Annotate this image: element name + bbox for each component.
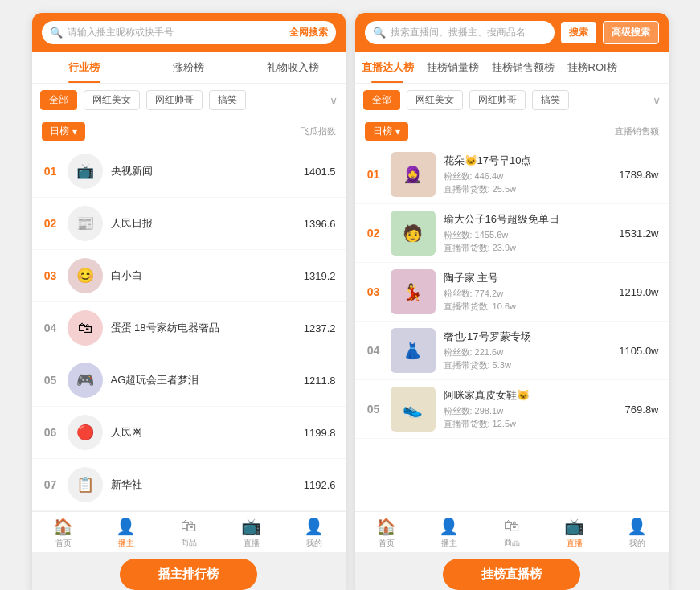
- cat-handsome-btn[interactable]: 网红帅哥: [146, 90, 203, 110]
- nav-icon: 👤: [439, 517, 459, 536]
- avatar: 📺: [68, 154, 103, 189]
- left-nav-item-商品[interactable]: 🛍 商品: [158, 517, 220, 549]
- right-rank-item[interactable]: 04 👗 奢也·17号罗蒙专场 粉丝数: 221.6w直播带货数: 5.3w 1…: [355, 322, 669, 380]
- rank-number: 03: [365, 285, 383, 298]
- nav-label: 播主: [118, 538, 134, 549]
- avatar: 🧕: [391, 152, 436, 197]
- right-rank-item[interactable]: 02 🧑 瑜大公子16号超级免单日 粉丝数: 1455.6w直播带货数: 23.…: [355, 204, 669, 263]
- rank-number: 05: [42, 374, 59, 387]
- tab-hang-roi[interactable]: 挂榜ROI榜: [561, 52, 624, 83]
- nav-icon: 👤: [627, 517, 647, 536]
- cat-beauty-btn[interactable]: 网红美女: [84, 90, 140, 110]
- category-more-icon[interactable]: ∨: [330, 94, 338, 107]
- left-search-input-wrap[interactable]: 🔍 请输入播主昵称或快手号 全网搜索: [42, 21, 336, 44]
- avatar: 💃: [391, 269, 436, 314]
- item-name: 人民日报: [111, 216, 296, 231]
- nav-label: 首页: [55, 538, 72, 549]
- right-rank-label: 直播销售额: [615, 125, 659, 137]
- avatar: 🧑: [391, 211, 436, 256]
- right-bottom-nav: 🏠 首页 👤 播主 🛍 商品 📺 直播 👤 我的: [355, 511, 669, 552]
- right-tabs-row: 直播达人榜 挂榜销量榜 挂榜销售额榜 挂榜ROI榜: [355, 52, 669, 84]
- right-category-more-icon[interactable]: ∨: [653, 94, 661, 107]
- tab-hang-sales-vol[interactable]: 挂榜销量榜: [420, 52, 485, 83]
- left-tabs-row: 行业榜 涨粉榜 礼物收入榜: [32, 52, 346, 84]
- item-score: 1192.6: [304, 479, 336, 491]
- item-name: 蛋蛋 18号家纺电器奢品: [111, 321, 296, 335]
- nav-icon: 🏠: [376, 517, 396, 536]
- live-meta: 粉丝数: 1455.6w直播带货数: 23.9w: [444, 228, 612, 255]
- nav-label: 播主: [441, 538, 457, 549]
- tab-hang-sales-amt[interactable]: 挂榜销售额榜: [485, 52, 561, 83]
- right-advanced-btn[interactable]: 高级搜索: [603, 21, 659, 44]
- left-nav-item-播主[interactable]: 👤 播主: [95, 517, 158, 549]
- item-score: 1401.5: [304, 166, 336, 178]
- right-rank-item[interactable]: 05 👟 阿咪家真皮女鞋🐱 粉丝数: 298.1w直播带货数: 12.5w 76…: [355, 380, 669, 439]
- nav-label: 直播: [567, 538, 583, 549]
- left-rank-item[interactable]: 04 🛍 蛋蛋 18号家纺电器奢品 1237.2: [32, 302, 346, 354]
- left-rank-header: 日榜 ▾ 飞瓜指数: [32, 117, 346, 145]
- left-rank-item[interactable]: 02 📰 人民日报 1396.6: [32, 198, 346, 250]
- item-name: 新华社: [111, 477, 296, 492]
- nav-label: 我的: [629, 538, 645, 549]
- nav-label: 商品: [504, 537, 520, 548]
- tab-gifts[interactable]: 礼物收入榜: [241, 52, 346, 83]
- right-cat-beauty-btn[interactable]: 网红美女: [407, 90, 463, 110]
- right-cat-funny-btn[interactable]: 搞笑: [532, 90, 569, 110]
- left-nav-item-我的[interactable]: 👤 我的: [283, 517, 346, 549]
- right-rank-item[interactable]: 01 🧕 花朵🐱17号早10点 粉丝数: 446.4w直播带货数: 25.5w …: [355, 145, 669, 204]
- nav-icon: 📺: [241, 517, 261, 536]
- left-rank-item[interactable]: 06 🔴 人民网 1199.8: [32, 407, 346, 459]
- right-nav-item-播主[interactable]: 👤 播主: [418, 517, 481, 549]
- left-rank-item[interactable]: 07 📋 新华社 1192.6: [32, 459, 346, 511]
- right-cat-handsome-btn[interactable]: 网红帅哥: [469, 90, 526, 110]
- live-meta: 粉丝数: 774.2w直播带货数: 10.6w: [444, 287, 612, 313]
- rank-number: 05: [365, 403, 383, 416]
- left-search-placeholder: 请输入播主昵称或快手号: [68, 26, 174, 39]
- nav-icon: 🛍: [181, 517, 197, 535]
- right-rank-item[interactable]: 03 💃 陶子家 主号 粉丝数: 774.2w直播带货数: 10.6w 1219…: [355, 263, 669, 322]
- right-search-btn[interactable]: 搜索: [561, 22, 596, 43]
- left-rank-item[interactable]: 05 🎮 AG超玩会王者梦泪 1211.8: [32, 354, 346, 407]
- right-search-bar: 🔍 搜索直播间、搜播主、搜商品名 搜索 高级搜索: [355, 13, 669, 52]
- right-rank-list: 01 🧕 花朵🐱17号早10点 粉丝数: 446.4w直播带货数: 25.5w …: [355, 145, 669, 511]
- left-action-button[interactable]: 播主排行榜: [120, 559, 257, 590]
- right-panel: 🔍 搜索直播间、搜播主、搜商品名 搜索 高级搜索 直播达人榜 挂榜销量榜 挂榜销…: [355, 13, 669, 590]
- live-meta: 粉丝数: 446.4w直播带货数: 25.5w: [444, 170, 612, 196]
- right-nav-item-商品[interactable]: 🛍 商品: [481, 517, 543, 549]
- left-nav-item-首页[interactable]: 🏠 首页: [32, 517, 95, 549]
- item-score: 1396.6: [304, 218, 336, 230]
- tab-fans-growth[interactable]: 涨粉榜: [137, 52, 241, 83]
- left-rank-selector[interactable]: 日榜 ▾: [42, 122, 85, 141]
- left-rank-label: 飞瓜指数: [301, 125, 336, 137]
- left-full-search-btn[interactable]: 全网搜索: [289, 26, 328, 39]
- right-cat-all-btn[interactable]: 全部: [363, 90, 400, 110]
- right-nav-item-我的[interactable]: 👤 我的: [606, 517, 669, 549]
- right-nav-item-首页[interactable]: 🏠 首页: [355, 517, 418, 549]
- item-name: AG超玩会王者梦泪: [111, 373, 296, 387]
- item-score: 769.8w: [625, 404, 659, 416]
- cat-all-btn[interactable]: 全部: [40, 90, 77, 110]
- live-name: 陶子家 主号: [444, 271, 612, 285]
- live-name: 花朵🐱17号早10点: [444, 154, 612, 168]
- rank-number: 03: [42, 269, 59, 282]
- tab-industry[interactable]: 行业榜: [32, 52, 137, 83]
- right-search-placeholder: 搜索直播间、搜播主、搜商品名: [391, 26, 526, 39]
- left-nav-item-直播[interactable]: 📺 直播: [220, 517, 283, 549]
- left-category-row: 全部 网红美女 网红帅哥 搞笑 ∨: [32, 84, 346, 117]
- left-rank-item[interactable]: 01 📺 央视新闻 1401.5: [32, 145, 346, 198]
- item-score: 1219.0w: [619, 286, 658, 298]
- right-rank-selector[interactable]: 日榜 ▾: [365, 122, 408, 141]
- tab-live-talent[interactable]: 直播达人榜: [355, 52, 420, 83]
- live-meta: 粉丝数: 298.1w直播带货数: 12.5w: [444, 404, 617, 431]
- rank-number: 02: [365, 227, 383, 240]
- avatar: 📋: [68, 467, 103, 502]
- right-action-button[interactable]: 挂榜直播榜: [443, 559, 580, 590]
- right-search-input-wrap[interactable]: 🔍 搜索直播间、搜播主、搜商品名: [365, 21, 555, 44]
- cat-funny-btn[interactable]: 搞笑: [209, 90, 246, 110]
- avatar: 👗: [391, 328, 436, 373]
- left-rank-item[interactable]: 03 😊 白小白 1319.2: [32, 250, 346, 302]
- right-nav-item-直播[interactable]: 📺 直播: [543, 517, 606, 549]
- item-name: 央视新闻: [111, 164, 296, 178]
- search-icon: 🔍: [50, 27, 63, 39]
- rank-number: 04: [365, 344, 383, 357]
